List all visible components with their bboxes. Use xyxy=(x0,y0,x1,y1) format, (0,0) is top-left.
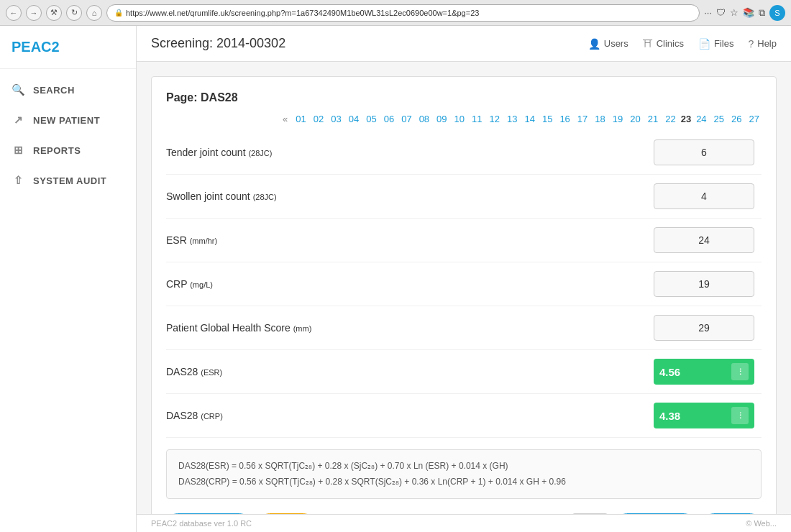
forward-button[interactable]: → xyxy=(26,5,42,21)
sidebar-label-search: SEARCH xyxy=(33,85,75,96)
tender-joint-count-input[interactable]: 6 xyxy=(654,139,754,165)
users-action[interactable]: 👤 Users xyxy=(588,38,628,50)
crp-label: CRP (mg/L) xyxy=(166,278,654,290)
page-07[interactable]: 07 xyxy=(399,113,413,125)
reports-icon: ⊞ xyxy=(12,144,26,157)
crp-input[interactable]: 19 xyxy=(654,271,754,297)
page-23-current: 23 xyxy=(681,114,691,124)
swollen-joint-count-row: Swollen joint count (28JC) 4 xyxy=(166,183,762,219)
sidebar-logo: PEAC2 xyxy=(0,26,136,69)
star-icon[interactable]: ☆ xyxy=(730,7,739,18)
window-icon[interactable]: ⧉ xyxy=(759,7,765,19)
tender-joint-count-value: 6 xyxy=(654,139,762,165)
clinics-label: Clinics xyxy=(657,38,684,49)
page-22[interactable]: 22 xyxy=(663,113,677,125)
page-footer: PEAC2 database ver 1.0 RC © Web... xyxy=(137,514,791,532)
page-17[interactable]: 17 xyxy=(575,113,590,125)
page-01[interactable]: 01 xyxy=(293,113,308,125)
help-action[interactable]: ? Help xyxy=(748,38,777,50)
page-27[interactable]: 27 xyxy=(747,113,762,125)
tender-joint-count-label: Tender joint count (28JC) xyxy=(166,147,654,158)
tender-joint-count-row: Tender joint count (28JC) 6 xyxy=(166,139,762,175)
pagination-prev[interactable]: « xyxy=(283,114,288,124)
sidebar-label-new-patient: NEW PATIENT xyxy=(33,115,100,126)
sidebar-item-system-audit[interactable]: ⇧ SYSTEM AUDIT xyxy=(0,165,136,196)
browser-actions: ··· 🛡 ☆ 📚 ⧉ S xyxy=(704,5,785,21)
back-button[interactable]: ← xyxy=(6,5,22,21)
tools-button[interactable]: ⚒ xyxy=(46,5,62,21)
swollen-joint-count-input[interactable]: 4 xyxy=(654,183,754,209)
page-13[interactable]: 13 xyxy=(505,113,519,125)
patient-global-health-label: Patient Global Health Score (mm) xyxy=(166,322,654,334)
page-14[interactable]: 14 xyxy=(522,113,536,125)
page-09[interactable]: 09 xyxy=(434,113,449,125)
das28-crp-number: 4.38 xyxy=(659,410,680,422)
sidebar-item-new-patient[interactable]: ↗ NEW PATIENT xyxy=(0,105,136,135)
sidebar-label-system-audit: SYSTEM AUDIT xyxy=(33,175,106,186)
shield-icon: 🛡 xyxy=(716,7,726,18)
das28-esr-row: DAS28 (ESR) 4.56 ⋮ xyxy=(166,359,762,394)
page-19[interactable]: 19 xyxy=(611,113,625,125)
das28-esr-number: 4.56 xyxy=(659,366,680,378)
secure-icon: 🔒 xyxy=(114,9,123,17)
page-04[interactable]: 04 xyxy=(347,113,361,125)
esr-input[interactable]: 24 xyxy=(654,227,754,253)
das28-esr-result: 4.56 ⋮ xyxy=(654,359,754,385)
help-label: Help xyxy=(757,38,777,49)
page-16[interactable]: 16 xyxy=(557,113,572,125)
patient-global-health-input[interactable]: 29 xyxy=(654,315,754,341)
page-title: Screening: 2014-00302 xyxy=(151,36,285,51)
page-21[interactable]: 21 xyxy=(646,113,660,125)
files-action[interactable]: 📄 Files xyxy=(698,38,733,50)
top-bar: Screening: 2014-00302 👤 Users ⛩ Clinics … xyxy=(137,26,791,62)
page-20[interactable]: 20 xyxy=(628,113,642,125)
page-18[interactable]: 18 xyxy=(593,113,607,125)
page-05[interactable]: 05 xyxy=(364,113,378,125)
page-08[interactable]: 08 xyxy=(417,113,431,125)
search-icon: 🔍 xyxy=(12,83,26,96)
page-10[interactable]: 10 xyxy=(452,113,467,125)
sidebar-item-reports[interactable]: ⊞ REPORTS xyxy=(0,135,136,165)
menu-dots[interactable]: ··· xyxy=(704,7,712,18)
page-15[interactable]: 15 xyxy=(540,113,554,125)
new-patient-icon: ↗ xyxy=(12,114,26,127)
formula-box: DAS28(ESR) = 0.56 x SQRT(TjC₂₈) + 0.28 x… xyxy=(166,449,762,499)
bookmarks-icon[interactable]: 📚 xyxy=(743,7,754,18)
page-12[interactable]: 12 xyxy=(488,113,502,125)
page-06[interactable]: 06 xyxy=(382,113,396,125)
page-25[interactable]: 25 xyxy=(712,113,726,125)
top-bar-actions: 👤 Users ⛩ Clinics 📄 Files ? Help xyxy=(588,38,777,50)
page-24[interactable]: 24 xyxy=(694,113,708,125)
footer-copyright: © Web... xyxy=(746,519,777,528)
formula-crp: DAS28(CRP) = 0.56 x SQRT(TjC₂₈) + 0.28 x… xyxy=(178,474,749,490)
das28-esr-icon: ⋮ xyxy=(731,363,749,380)
patient-global-health-row: Patient Global Health Score (mm) 29 xyxy=(166,315,762,350)
swollen-joint-count-label: Swollen joint count (28JC) xyxy=(166,191,654,202)
users-icon: 👤 xyxy=(588,38,600,50)
refresh-button[interactable]: ↻ xyxy=(66,5,82,21)
sidebar-nav: 🔍 SEARCH ↗ NEW PATIENT ⊞ REPORTS ⇧ SYSTE… xyxy=(0,69,136,196)
browser-chrome: ← → ⚒ ↻ ⌂ 🔒 https://www.el.net/qrumlife.… xyxy=(0,0,791,26)
patient-global-health-subscript: (mm) xyxy=(293,324,312,333)
users-label: Users xyxy=(604,38,628,49)
clinics-action[interactable]: ⛩ Clinics xyxy=(643,38,684,50)
page-03[interactable]: 03 xyxy=(329,113,343,125)
das28-esr-label: DAS28 (ESR) xyxy=(166,366,654,377)
page-label: Page: xyxy=(166,91,198,104)
page-content: Page: DAS28 « 01 02 03 04 05 06 07 08 09… xyxy=(137,62,791,514)
esr-label: ESR (mm/hr) xyxy=(166,234,654,246)
das28-esr-value: 4.56 ⋮ xyxy=(654,359,762,385)
main-content: Screening: 2014-00302 👤 Users ⛩ Clinics … xyxy=(137,26,791,532)
url-text: https://www.el.net/qrumlife.uk/screening… xyxy=(126,9,692,17)
clinics-icon: ⛩ xyxy=(643,38,653,50)
page-02[interactable]: 02 xyxy=(311,113,326,125)
crp-subscript: (mg/L) xyxy=(190,280,213,289)
app-layout: PEAC2 🔍 SEARCH ↗ NEW PATIENT ⊞ REPORTS ⇧… xyxy=(0,26,791,532)
das28-crp-row: DAS28 (CRP) 4.38 ⋮ xyxy=(166,403,762,438)
url-bar[interactable]: 🔒 https://www.el.net/qrumlife.uk/screeni… xyxy=(106,4,700,22)
page-11[interactable]: 11 xyxy=(470,113,484,125)
home-button[interactable]: ⌂ xyxy=(86,5,102,21)
sidebar-item-search[interactable]: 🔍 SEARCH xyxy=(0,75,136,105)
page-26[interactable]: 26 xyxy=(729,113,744,125)
patient-global-health-value: 29 xyxy=(654,315,762,341)
